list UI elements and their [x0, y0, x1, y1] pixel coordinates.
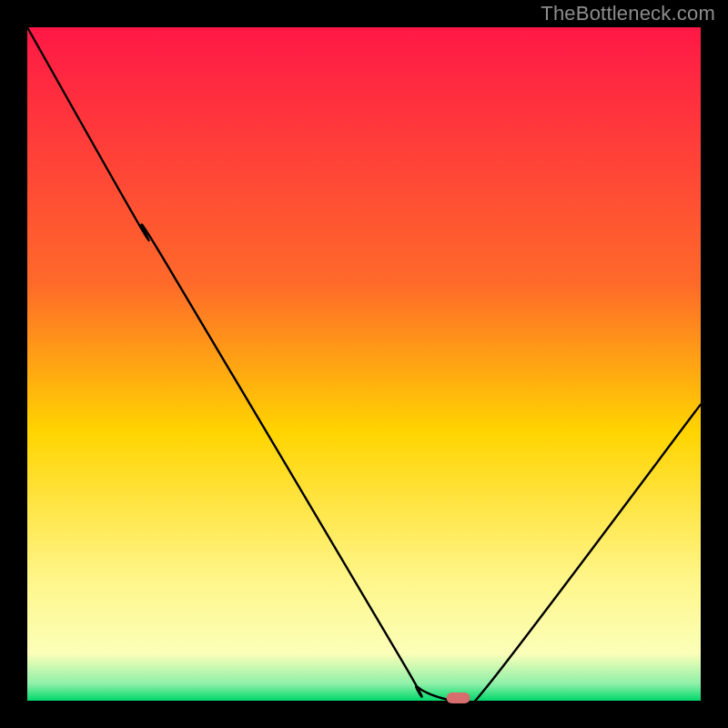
plot-background: [27, 27, 701, 701]
optimal-marker: [447, 693, 470, 703]
watermark-label: TheBottleneck.com: [541, 2, 715, 25]
chart-container: TheBottleneck.com: [0, 0, 728, 728]
bottleneck-chart: [0, 0, 728, 728]
